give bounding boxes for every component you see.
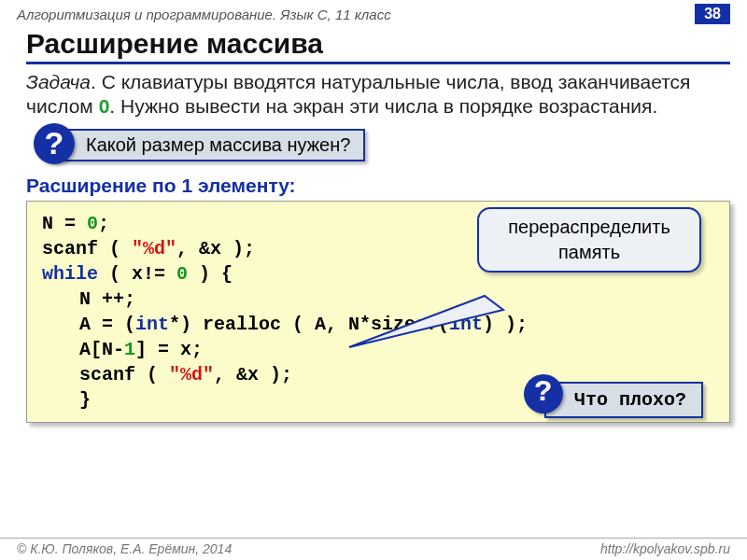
question-1: ? Какой размер массива нужен? [52,129,747,161]
header-bar: Алгоритмизация и программирование. Язык … [0,0,747,26]
footer: © К.Ю. Поляков, Е.А. Ерёмин, 2014 http:/… [0,538,747,556]
task-zero: 0 [99,95,110,117]
subheading: Расширение по 1 элементу: [26,175,747,197]
question-mark-icon: ? [34,123,75,164]
page-number: 38 [695,4,730,24]
task-label: Задача [26,71,91,92]
task-text: Задача. С клавиатуры вводятся натуральны… [26,70,721,119]
code-block: N = 0; scanf ( "%d", &x ); while ( x!= 0… [26,201,730,423]
question-mark-icon: ? [524,374,563,413]
slide: Алгоритмизация и программирование. Язык … [0,0,747,560]
question-2-text: Что плохо? [544,382,703,418]
callout-tail-icon [345,291,513,357]
svg-marker-0 [349,296,503,347]
slide-title: Расширение массива [26,28,730,64]
question-2: ? Что плохо? [544,382,703,418]
footer-url: http://kpolyakov.spb.ru [600,541,730,556]
question-1-text: Какой размер массива нужен? [52,129,365,161]
task-body-2: . Нужно вывести на экран эти числа в пор… [109,95,657,117]
callout-realloc: перераспределить память [477,207,701,273]
footer-copyright: © К.Ю. Поляков, Е.А. Ерёмин, 2014 [17,541,232,556]
course-name: Алгоритмизация и программирование. Язык … [17,7,391,22]
